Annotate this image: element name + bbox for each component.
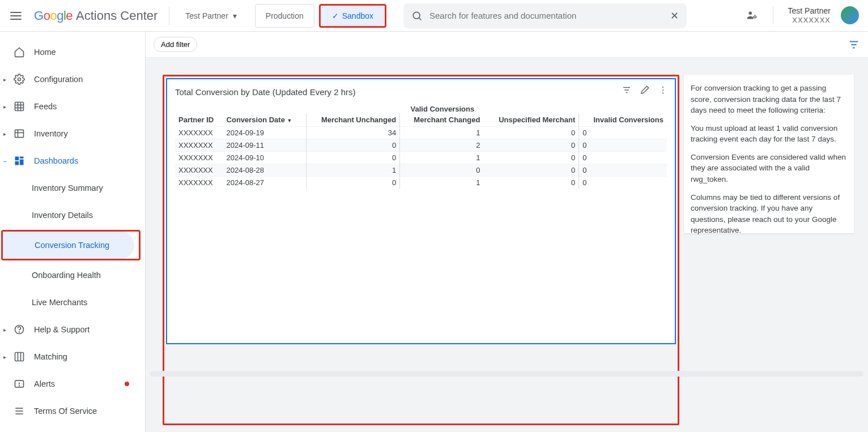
conversion-tracking-highlight: Conversion Tracking	[1, 230, 141, 260]
chart-actions	[622, 85, 668, 95]
divider	[169, 7, 169, 25]
sidebar: Home Configuration Feeds Inventory – Das…	[0, 32, 145, 432]
svg-rect-19	[15, 353, 24, 361]
expand-icon: –	[3, 158, 7, 164]
body: Home Configuration Feeds Inventory – Das…	[0, 32, 868, 432]
chevron-down-icon: ▾	[233, 11, 237, 20]
user-settings-icon[interactable]	[746, 9, 758, 22]
svg-point-18	[19, 332, 20, 332]
main-content: Add filter Total Conversion by Date (Upd…	[145, 32, 868, 432]
google-logo: Google	[34, 8, 73, 23]
nav-matching[interactable]: Matching	[0, 343, 141, 370]
cell-partner-id: XXXXXXX	[175, 139, 223, 152]
account-info[interactable]: Test Partner XXXXXXX	[788, 6, 831, 24]
nav-feeds[interactable]: Feeds	[0, 93, 141, 120]
col-conversion-date[interactable]: Conversion Date ▼	[223, 113, 306, 127]
svg-rect-14	[20, 157, 24, 159]
filter-bar: Add filter	[146, 32, 868, 58]
nav-label: Home	[34, 48, 56, 57]
nav-alerts[interactable]: Alerts	[0, 370, 141, 397]
table-row: XXXXXXX2024-08-281000	[175, 164, 667, 177]
cell-mu: 34	[306, 127, 400, 139]
svg-point-36	[662, 92, 663, 93]
col-invalid-conversions[interactable]: Invalid Conversions	[579, 113, 667, 127]
info-text: You must upload at least 1 valid convers…	[691, 123, 847, 145]
table-row: XXXXXXX2024-09-100100	[175, 152, 667, 164]
svg-line-1	[419, 18, 422, 20]
nav-label: Alerts	[34, 379, 55, 388]
filter-icon[interactable]	[848, 39, 860, 51]
cell-ic: 0	[579, 127, 667, 139]
account-name: Test Partner	[788, 6, 831, 16]
col-unspecified-merchant[interactable]: Unspecified Merchant	[483, 113, 578, 127]
nav-label: Terms Of Service	[34, 407, 97, 416]
account-id: XXXXXXX	[788, 16, 831, 25]
nav-configuration[interactable]: Configuration	[0, 66, 141, 93]
cell-um: 0	[483, 152, 578, 164]
nav-dashboards[interactable]: – Dashboards	[0, 147, 141, 174]
nav-live-merchants[interactable]: Live Merchants	[0, 289, 141, 316]
product-logo[interactable]: Google Actions Center	[34, 8, 158, 23]
nav-help[interactable]: Help & Support	[0, 316, 141, 343]
nav-inventory-summary[interactable]: Inventory Summary	[0, 174, 141, 202]
cell-mc: 1	[400, 127, 484, 139]
alert-dot-icon	[125, 382, 129, 386]
divider	[773, 6, 773, 24]
col-blank	[175, 102, 223, 113]
matching-icon	[14, 351, 25, 362]
col-merchant-unchanged[interactable]: Merchant Unchanged	[306, 113, 400, 127]
cell-mu: 0	[306, 177, 400, 189]
col-blank2	[223, 102, 306, 113]
col-merchant-changed[interactable]: Merchant Changed	[400, 113, 484, 127]
svg-point-4	[18, 78, 21, 81]
sandbox-label: Sandbox	[342, 11, 373, 20]
dashboard-icon	[14, 155, 25, 166]
nav-label: Matching	[34, 352, 67, 361]
add-filter-label: Add filter	[161, 40, 190, 49]
clear-icon[interactable]: ✕	[670, 10, 679, 22]
nav-inventory[interactable]: Inventory	[0, 120, 141, 147]
nav-label: Inventory	[34, 129, 68, 138]
sort-desc-icon: ▼	[287, 118, 292, 123]
svg-rect-16	[15, 161, 19, 165]
table-row: XXXXXXX2024-08-270100	[175, 177, 667, 189]
edit-icon[interactable]	[640, 85, 650, 95]
sub-label: Onboarding Health	[32, 271, 101, 280]
search-input[interactable]	[429, 11, 663, 20]
sandbox-button[interactable]: ✓ Sandbox	[321, 6, 384, 25]
content-area: Total Conversion by Date (Updated Every …	[146, 58, 868, 432]
nav-onboarding-health[interactable]: Onboarding Health	[0, 262, 141, 289]
cell-date: 2024-09-11	[223, 139, 306, 152]
cell-partner-id: XXXXXXX	[175, 164, 223, 177]
nav-home[interactable]: Home	[0, 39, 141, 66]
menu-icon[interactable]	[9, 9, 23, 23]
check-icon: ✓	[332, 11, 339, 20]
col-partner-id[interactable]: Partner ID	[175, 113, 223, 127]
add-filter-button[interactable]: Add filter	[154, 37, 197, 52]
cell-date: 2024-08-28	[223, 164, 306, 177]
sub-label: Live Merchants	[32, 298, 87, 307]
nav-tos[interactable]: Terms Of Service	[0, 397, 141, 425]
svg-point-24	[19, 386, 20, 386]
nav-inventory-details[interactable]: Inventory Details	[0, 202, 141, 229]
avatar[interactable]	[841, 6, 859, 24]
partner-dropdown[interactable]: Test Partner ▾	[181, 11, 241, 20]
more-icon[interactable]	[658, 85, 668, 95]
cell-ic: 0	[579, 139, 667, 152]
chart-filter-icon[interactable]	[622, 85, 632, 95]
table-row: XXXXXXX2024-09-110200	[175, 139, 667, 152]
header-right: Test Partner XXXXXXX	[746, 6, 859, 24]
svg-point-2	[748, 12, 752, 15]
conversion-table: Valid Conversions Partner ID Conversion …	[175, 102, 667, 189]
nav-conversion-tracking[interactable]: Conversion Tracking	[3, 232, 134, 259]
cell-date: 2024-09-10	[223, 152, 306, 164]
cell-mc: 2	[400, 139, 484, 152]
horizontal-scrollbar[interactable]	[150, 371, 863, 377]
production-button[interactable]: Production	[255, 4, 314, 28]
cell-ic: 0	[579, 164, 667, 177]
sandbox-highlight: ✓ Sandbox	[319, 4, 386, 28]
cell-mu: 1	[306, 164, 400, 177]
cell-mu: 0	[306, 152, 400, 164]
info-text: Columns may be tied to different version…	[691, 192, 847, 236]
search-bar[interactable]: ✕	[403, 3, 687, 28]
